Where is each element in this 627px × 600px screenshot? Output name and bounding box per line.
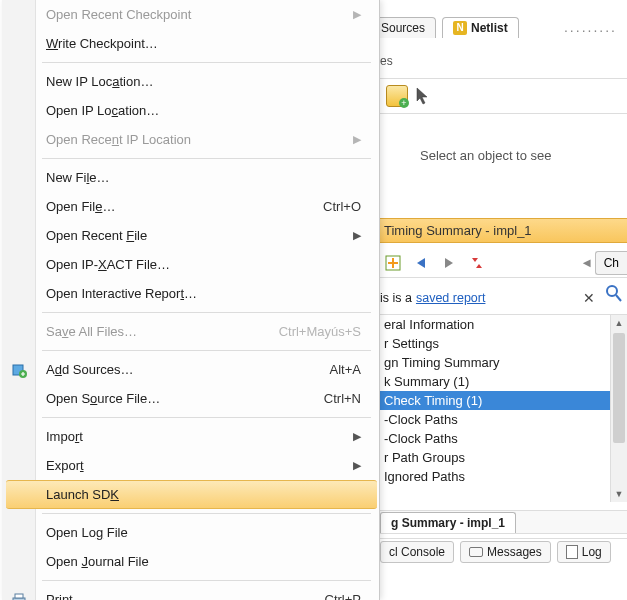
menu-write-checkpoint[interactable]: Write Checkpoint… <box>2 29 379 58</box>
chevron-right-icon: ▶ <box>353 459 361 472</box>
tree-pane: eral Informationr Settingsgn Timing Summ… <box>380 314 627 502</box>
tree-item[interactable]: r Settings <box>380 334 610 353</box>
search-icon[interactable] <box>605 284 623 304</box>
menu-open-recent-checkpoint: Open Recent Checkpoint ▶ <box>2 0 379 29</box>
menu-separator <box>42 417 371 418</box>
menu-separator <box>42 312 371 313</box>
menu-new-ip-location[interactable]: New IP Location… <box>2 67 379 96</box>
scroll-up-icon[interactable]: ▲ <box>611 315 627 331</box>
tree-item[interactable]: gn Timing Summary <box>380 353 610 372</box>
svg-point-1 <box>607 286 617 296</box>
menu-export[interactable]: Export ▶ <box>2 451 379 480</box>
netlist-toolbar <box>380 78 627 114</box>
menu-launch-sdk[interactable]: Launch SDK <box>6 480 377 509</box>
tab-messages[interactable]: Messages <box>460 541 551 563</box>
menu-open-ipxact[interactable]: Open IP-XACT File… <box>2 250 379 279</box>
tree-item[interactable]: Check Timing (1) <box>380 391 610 410</box>
tree-list[interactable]: eral Informationr Settingsgn Timing Summ… <box>380 315 610 502</box>
svg-rect-6 <box>15 594 23 598</box>
shortcut-label: Ctrl+P <box>325 592 361 600</box>
tab-tcl-console[interactable]: cl Console <box>380 541 454 563</box>
tab-overflow-icon[interactable]: ......... <box>564 19 627 35</box>
chevron-right-icon: ▶ <box>353 229 361 242</box>
menu-import[interactable]: Import ▶ <box>2 422 379 451</box>
saved-report-row: is is a saved report ✕ <box>380 286 599 310</box>
menu-separator <box>42 158 371 159</box>
messages-icon <box>469 547 483 557</box>
menu-separator <box>42 513 371 514</box>
sub-tab-summary[interactable]: g Summary - impl_1 <box>380 512 516 533</box>
menu-open-interactive-report[interactable]: Open Interactive Report… <box>2 279 379 308</box>
timing-toolbar: ◄ Ch <box>380 248 627 278</box>
menu-open-journal-file[interactable]: Open Journal File <box>2 547 379 576</box>
sub-tab-strip: g Summary - impl_1 <box>380 510 627 534</box>
tree-item[interactable]: Ignored Paths <box>380 467 610 486</box>
saved-report-prefix: is is a <box>380 291 412 305</box>
tree-item[interactable]: r Path Groups <box>380 448 610 467</box>
add-object-icon[interactable] <box>386 85 408 107</box>
shortcut-label: Ctrl+N <box>324 391 361 406</box>
menu-open-source-file[interactable]: Open Source File… Ctrl+N <box>2 384 379 413</box>
chk-button[interactable]: Ch <box>595 251 627 275</box>
file-context-menu: Open Recent Checkpoint ▶ Write Checkpoin… <box>2 0 380 600</box>
menu-open-file[interactable]: Open File… Ctrl+O <box>2 192 379 221</box>
menu-save-all-files: Save All Files… Ctrl+Mayús+S <box>2 317 379 346</box>
forward-icon[interactable] <box>440 254 458 272</box>
scrollbar[interactable]: ▲ ▼ <box>610 315 627 502</box>
printer-icon <box>10 591 28 601</box>
menu-add-sources[interactable]: Add Sources… Alt+A <box>2 355 379 384</box>
shortcut-label: Ctrl+O <box>323 199 361 214</box>
cursor-icon[interactable] <box>416 87 430 105</box>
toolbar-fragment: es <box>380 54 627 76</box>
scroll-down-icon[interactable]: ▼ <box>611 486 627 502</box>
menu-open-recent-ip-location: Open Recent IP Location ▶ <box>2 125 379 154</box>
add-sources-icon <box>10 361 28 379</box>
timing-summary-header: Timing Summary - impl_1 <box>380 218 627 243</box>
refresh-icon[interactable] <box>468 254 486 272</box>
bottom-tab-strip: cl Console Messages Log <box>380 538 627 564</box>
chevron-right-icon: ▶ <box>353 8 361 21</box>
top-tab-strip: Sources N Netlist ......... <box>370 14 627 40</box>
tab-log[interactable]: Log <box>557 541 611 563</box>
log-icon <box>566 545 578 559</box>
tab-netlist[interactable]: N Netlist <box>442 17 519 38</box>
svg-line-2 <box>616 295 621 301</box>
chevron-right-icon: ▶ <box>353 133 361 146</box>
back-icon[interactable] <box>412 254 430 272</box>
shortcut-label: Ctrl+Mayús+S <box>279 324 361 339</box>
scroll-thumb[interactable] <box>613 333 625 443</box>
tree-item[interactable]: -Clock Paths <box>380 410 610 429</box>
menu-separator <box>42 62 371 63</box>
menu-open-log-file[interactable]: Open Log File <box>2 518 379 547</box>
netlist-placeholder: Select an object to see <box>420 148 627 163</box>
tree-item[interactable]: eral Information <box>380 315 610 334</box>
menu-open-ip-location[interactable]: Open IP Location… <box>2 96 379 125</box>
chevron-right-icon: ▶ <box>353 430 361 443</box>
menu-separator <box>42 350 371 351</box>
close-icon[interactable]: ✕ <box>579 290 599 306</box>
saved-report-link[interactable]: saved report <box>416 291 485 305</box>
tree-item[interactable]: k Summary (1) <box>380 372 610 391</box>
menu-print[interactable]: Print… Ctrl+P <box>2 585 379 600</box>
menu-open-recent-file[interactable]: Open Recent File ▶ <box>2 221 379 250</box>
tree-item[interactable]: -Clock Paths <box>380 429 610 448</box>
tree-expand-icon[interactable] <box>384 254 402 272</box>
chevron-left-icon[interactable]: ◄ <box>580 255 593 270</box>
menu-separator <box>42 580 371 581</box>
menu-new-file[interactable]: New File… <box>2 163 379 192</box>
netlist-icon: N <box>453 21 467 35</box>
shortcut-label: Alt+A <box>330 362 361 377</box>
